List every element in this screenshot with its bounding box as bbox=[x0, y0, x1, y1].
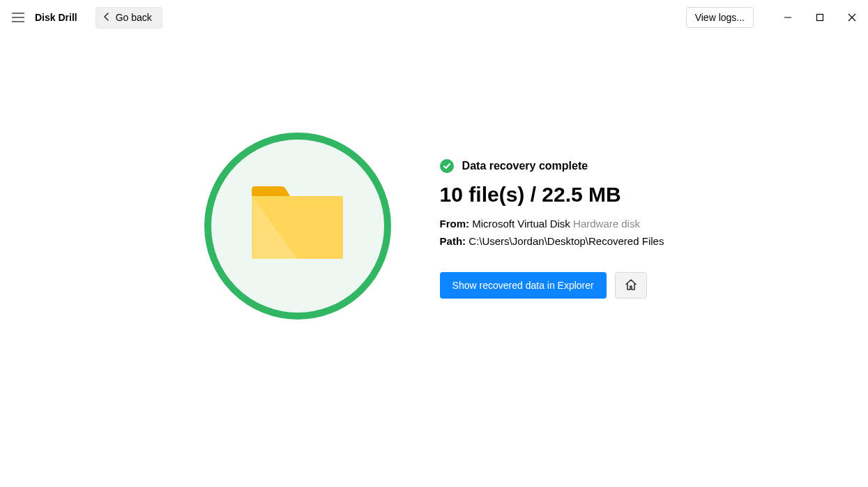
go-back-label: Go back bbox=[116, 12, 152, 23]
window-controls bbox=[772, 0, 868, 35]
close-button[interactable] bbox=[836, 0, 868, 35]
from-label: From: bbox=[440, 218, 470, 230]
show-in-explorer-button[interactable]: Show recovered data in Explorer bbox=[440, 272, 607, 299]
from-type: Hardware disk bbox=[573, 218, 640, 230]
svg-rect-0 bbox=[817, 15, 823, 21]
success-check-icon bbox=[440, 159, 454, 173]
recovery-summary: 10 file(s) / 22.5 MB bbox=[440, 183, 664, 207]
status-text: Data recovery complete bbox=[462, 160, 588, 172]
menu-icon[interactable] bbox=[8, 8, 28, 27]
titlebar: Disk Drill Go back View logs... bbox=[0, 0, 868, 35]
app-title: Disk Drill bbox=[35, 12, 77, 23]
status-row: Data recovery complete bbox=[440, 159, 664, 173]
result-details: Data recovery complete 10 file(s) / 22.5… bbox=[440, 133, 664, 299]
from-row: From: Microsoft Virtual Disk Hardware di… bbox=[440, 218, 664, 230]
folder-icon bbox=[250, 186, 344, 266]
minimize-button[interactable] bbox=[772, 0, 804, 35]
maximize-button[interactable] bbox=[804, 0, 836, 35]
result-illustration bbox=[204, 133, 391, 320]
path-value: C:\Users\Jordan\Desktop\Recovered Files bbox=[469, 235, 664, 247]
home-icon bbox=[624, 278, 638, 294]
from-value: Microsoft Virtual Disk bbox=[472, 218, 570, 230]
chevron-left-icon bbox=[102, 12, 112, 24]
home-button[interactable] bbox=[615, 272, 647, 299]
path-row: Path: C:\Users\Jordan\Desktop\Recovered … bbox=[440, 235, 664, 247]
path-label: Path: bbox=[440, 235, 466, 247]
content-area: Data recovery complete 10 file(s) / 22.5… bbox=[0, 133, 868, 320]
actions-row: Show recovered data in Explorer bbox=[440, 272, 664, 299]
view-logs-button[interactable]: View logs... bbox=[686, 7, 754, 28]
go-back-button[interactable]: Go back bbox=[96, 7, 162, 29]
